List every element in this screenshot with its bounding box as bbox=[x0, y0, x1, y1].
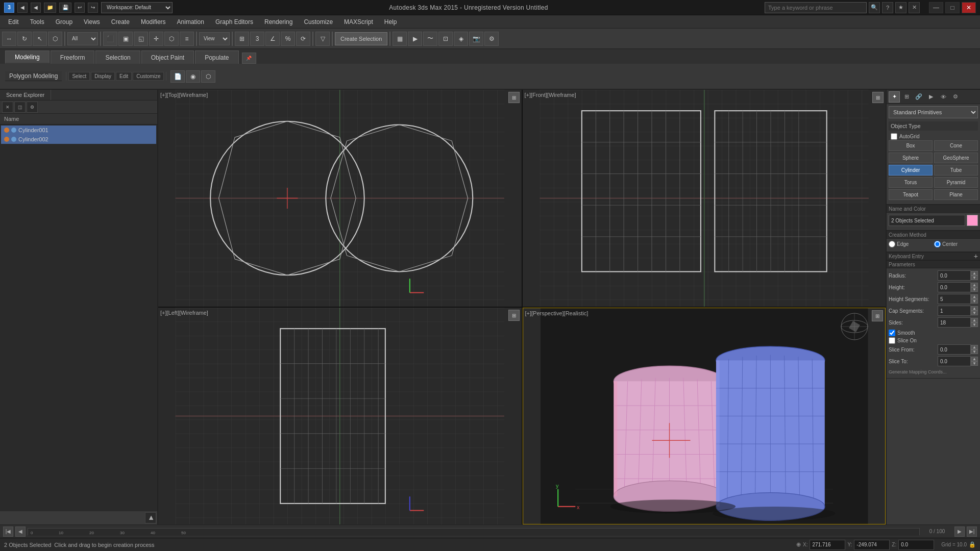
timeline-start-btn[interactable]: |◀ bbox=[3, 527, 13, 537]
viewport-left-label[interactable]: [+][Left][Wireframe] bbox=[160, 310, 208, 316]
toolbar-render-btn[interactable]: 📷 bbox=[469, 32, 483, 46]
close-panel-btn[interactable]: ✕ bbox=[2, 102, 13, 113]
viewport-perspective-label[interactable]: [+][Perspective][Realistic] bbox=[525, 310, 589, 316]
name-color-divider[interactable]: Name and Color bbox=[887, 205, 980, 213]
nav-save-btn[interactable]: 💾 bbox=[59, 3, 71, 13]
utilities-tab-btn[interactable]: ⚙ bbox=[950, 91, 961, 103]
prim-tube-btn[interactable]: Tube bbox=[934, 165, 978, 176]
search-btn[interactable]: 🔍 bbox=[869, 2, 880, 13]
tree-item-cylinder002[interactable]: Cylinder002 bbox=[1, 135, 156, 144]
x-coord-input[interactable] bbox=[810, 540, 845, 550]
nav-redo-btn[interactable]: ↪ bbox=[88, 3, 98, 13]
ribbon-pin-btn[interactable]: 📌 bbox=[242, 53, 256, 64]
ribbon-tab-freeform[interactable]: Freeform bbox=[51, 51, 95, 64]
slice-to-input[interactable] bbox=[938, 356, 971, 366]
scene-tree[interactable]: Cylinder001 Cylinder002 bbox=[0, 124, 157, 511]
viewport-front[interactable]: [+][Front][Wireframe] ⊞ bbox=[523, 90, 886, 307]
toolbar-pct-snap-btn[interactable]: % bbox=[281, 32, 295, 46]
toolbar-material-btn[interactable]: ◈ bbox=[454, 32, 468, 46]
motion-tab-btn[interactable]: ▶ bbox=[925, 91, 937, 103]
autogrid-checkbox[interactable]: AutoGrid bbox=[889, 133, 978, 140]
nav-cube[interactable] bbox=[839, 311, 870, 342]
sides-down[interactable]: ▼ bbox=[971, 322, 978, 327]
cs-down[interactable]: ▼ bbox=[971, 311, 978, 315]
toolbar-select-all-btn[interactable]: ⬛ bbox=[103, 32, 117, 46]
menu-rendering[interactable]: Rendering bbox=[259, 16, 298, 28]
view-dropdown[interactable]: View bbox=[199, 32, 230, 45]
close-btn[interactable]: ✕ bbox=[962, 2, 976, 13]
height-segments-input[interactable] bbox=[938, 294, 971, 304]
dock-panel-btn[interactable]: ◫ bbox=[14, 102, 26, 113]
minimize-btn[interactable]: — bbox=[929, 2, 943, 13]
cap-segments-input[interactable] bbox=[938, 306, 971, 316]
toolbar-3d-snap-btn[interactable]: 3 bbox=[250, 32, 264, 46]
favorites-btn[interactable]: ★ bbox=[895, 2, 906, 13]
ribbon-panel-tab-display[interactable]: Display bbox=[91, 72, 115, 81]
radius-up[interactable]: ▲ bbox=[971, 271, 978, 276]
create-selection-btn[interactable]: Create Selection bbox=[335, 32, 387, 45]
nav-undo-btn[interactable]: ↩ bbox=[75, 3, 85, 13]
st-up[interactable]: ▲ bbox=[971, 357, 978, 361]
cs-up[interactable]: ▲ bbox=[971, 306, 978, 311]
menu-edit[interactable]: Edit bbox=[3, 16, 24, 28]
prim-torus-btn[interactable]: Torus bbox=[889, 177, 933, 188]
slice-on-row[interactable]: Slice On bbox=[889, 337, 978, 344]
timeline-slider[interactable]: 0 10 20 30 40 50 bbox=[28, 528, 920, 535]
timeline-end-btn[interactable]: ▶| bbox=[967, 527, 977, 537]
toolbar-schematic-btn[interactable]: ⊡ bbox=[438, 32, 453, 46]
ribbon-tab-objectpaint[interactable]: Object Paint bbox=[141, 51, 194, 64]
toolbar-mirror-btn[interactable]: ⬡ bbox=[164, 32, 179, 46]
toolbar-lasso-btn[interactable]: ⬡ bbox=[48, 32, 62, 46]
sides-up[interactable]: ▲ bbox=[971, 318, 978, 322]
sf-down[interactable]: ▼ bbox=[971, 349, 978, 354]
toolbar-region-btn[interactable]: ▣ bbox=[118, 32, 133, 46]
ribbon-visibility-btn[interactable]: ◉ bbox=[186, 70, 200, 83]
toolbar-move-btn[interactable]: ↔ bbox=[2, 32, 16, 46]
radius-input[interactable] bbox=[938, 270, 971, 281]
prim-box-btn[interactable]: Box bbox=[889, 140, 933, 151]
parameters-divider[interactable]: Parameters bbox=[887, 260, 980, 268]
hierarchy-tab-btn[interactable]: 🔗 bbox=[913, 91, 924, 103]
toolbar-align-btn[interactable]: ≡ bbox=[180, 32, 194, 46]
prim-plane-btn[interactable]: Plane bbox=[934, 189, 978, 200]
prim-teapot-btn[interactable]: Teapot bbox=[889, 189, 933, 200]
toolbar-anim-btn[interactable]: ▶ bbox=[408, 32, 422, 46]
name-input[interactable] bbox=[889, 215, 965, 226]
ribbon-wire-btn[interactable]: ⬡ bbox=[201, 70, 215, 83]
smooth-checkbox[interactable] bbox=[889, 330, 895, 336]
z-coord-input[interactable] bbox=[898, 540, 934, 550]
timeline-next-btn[interactable]: ▶ bbox=[954, 527, 965, 537]
menu-tools[interactable]: Tools bbox=[25, 16, 50, 28]
ribbon-panel-tab-select[interactable]: Select bbox=[68, 72, 90, 81]
height-input[interactable] bbox=[938, 282, 971, 292]
viewport-front-corner[interactable]: ⊞ bbox=[872, 92, 884, 103]
viewport-top[interactable]: [+][Top][Wireframe] ⊞ bbox=[158, 90, 522, 307]
slice-on-checkbox[interactable] bbox=[889, 337, 895, 344]
maximize-btn[interactable]: □ bbox=[945, 2, 960, 13]
toolbar-extra-btn[interactable]: ⚙ bbox=[484, 32, 499, 46]
viewport-left[interactable]: [+][Left][Wireframe] ⊞ bbox=[158, 308, 522, 524]
help-search-btn[interactable]: ? bbox=[882, 2, 893, 13]
toolbar-rotate-btn[interactable]: ↻ bbox=[17, 32, 32, 46]
hs-down[interactable]: ▼ bbox=[971, 299, 978, 304]
viewport-top-label[interactable]: [+][Top][Wireframe] bbox=[160, 92, 208, 98]
creation-method-divider[interactable]: Creation Method bbox=[887, 231, 980, 239]
prim-cone-btn[interactable]: Cone bbox=[934, 140, 978, 151]
toolbar-select-btn[interactable]: ↖ bbox=[33, 32, 47, 46]
smooth-row[interactable]: Smooth bbox=[889, 329, 978, 337]
menu-group[interactable]: Group bbox=[51, 16, 78, 28]
toolbar-angle-snap-btn[interactable]: ∠ bbox=[265, 32, 280, 46]
prim-sphere-btn[interactable]: Sphere bbox=[889, 153, 933, 163]
radius-down[interactable]: ▼ bbox=[971, 276, 978, 280]
viewport-top-corner[interactable]: ⊞ bbox=[508, 92, 520, 103]
workspace-dropdown[interactable]: Workspace: Default bbox=[101, 2, 173, 13]
center-radio[interactable] bbox=[934, 241, 941, 247]
center-radio-row[interactable]: Center bbox=[934, 241, 978, 247]
y-coord-input[interactable] bbox=[854, 540, 890, 550]
nav-open-btn[interactable]: 📁 bbox=[44, 3, 56, 13]
menu-customize[interactable]: Customize bbox=[299, 16, 338, 28]
display-tab-btn[interactable]: 👁 bbox=[938, 91, 949, 103]
slice-from-input[interactable] bbox=[938, 344, 971, 355]
edge-radio-row[interactable]: Edge bbox=[889, 241, 933, 247]
search-input[interactable] bbox=[765, 2, 867, 13]
